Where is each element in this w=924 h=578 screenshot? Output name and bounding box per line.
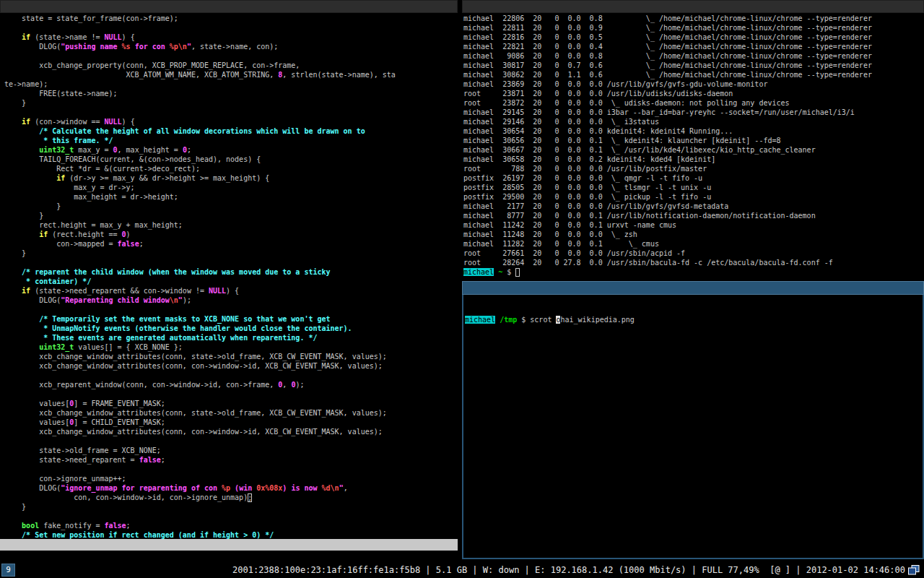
text-segment: max_y = dr->y; <box>4 184 135 191</box>
ps-row: root 23871 20 0 0.0 0.0 /usr/lib/udisks/… <box>463 89 924 98</box>
code-line: xcb_change_window_attributes(conn, state… <box>4 352 458 361</box>
ps-output[interactable]: michael 22806 20 0 0.0 0.8 \_ /home/mich… <box>462 13 924 277</box>
code-line: TAILQ_FOREACH(current, &(con->nodes_head… <box>4 155 458 164</box>
text-segment: * this frame. */ <box>4 137 113 144</box>
code-line <box>4 389 458 399</box>
text-segment: con, con->window->id, con->ignore_unmap) <box>4 493 248 501</box>
code-line: if (state->name != NULL) { <box>4 33 458 42</box>
code-line <box>4 258 458 267</box>
code-line: * These events are generated automatical… <box>4 333 458 342</box>
workspace-button-9[interactable]: 9 <box>1 564 15 577</box>
text-segment: %s <box>122 43 131 51</box>
terminal-ps-titlebar[interactable]: x200: ~ <box>462 0 924 13</box>
text-segment: ; <box>139 240 144 248</box>
text-segment: xcb_change_window_attributes(conn, state… <box>4 353 387 361</box>
text-segment: XCB_ATOM_WM_NAME, XCB_ATOM_STRING, <box>4 71 278 79</box>
text-segment: (state->name != <box>30 33 104 41</box>
text-cursor <box>515 268 520 277</box>
text-segment: xcb_change_property(conn, XCB_PROP_MODE_… <box>4 61 300 69</box>
ps-row: root 788 20 0 0.0 0.0 /usr/lib/postfix/m… <box>463 164 924 173</box>
text-segment: ; <box>161 456 165 464</box>
text-segment: , max_height = <box>118 146 183 154</box>
code-line: xcb_change_window_attributes(conn, con->… <box>4 361 458 371</box>
vim-editor[interactable]: state = state_for_frame(con->frame); if … <box>0 13 458 540</box>
code-line <box>4 305 458 314</box>
code-line <box>4 465 458 474</box>
code-line: } <box>4 98 458 108</box>
text-segment: con->ignore_unmap++; <box>4 475 126 483</box>
code-line: bool fake_notify = false; <box>4 521 458 530</box>
ps-row: michael 11248 20 0 0.0 0.0 \_ zsh <box>463 230 924 239</box>
ps-row: postfix 28505 20 0 0.0 0.0 \_ tlsmgr -l … <box>463 183 924 192</box>
text-segment: DLOG( <box>4 296 61 304</box>
ps-row: root 23872 20 0 0.0 0.0 \_ udisks-daemon… <box>463 98 924 108</box>
code-line: values[0] = FRAME_EVENT_MASK; <box>4 399 458 408</box>
text-segment: uint32_t <box>39 343 74 351</box>
code-line: DLOG("ignore_unmap for reparenting of co… <box>4 483 458 493</box>
terminal-scrot-titlebar[interactable]: x200: scrot ohai_wikipedia.png <box>462 281 924 295</box>
ps-row: michael 2177 20 0 0.0 0.0 /usr/lib/gvfs/… <box>463 202 924 211</box>
text-segment: "ignore_unmap for reparenting of con <box>61 484 222 492</box>
shell-prompt: michael /tmp $ scrot ohai_wikipedia.png <box>465 315 923 324</box>
ps-row: michael 22821 20 0 0.0 0.4 \_ /home/mich… <box>463 42 924 51</box>
text-segment: if <box>22 33 30 41</box>
code-line: max_height = dr->height; <box>4 192 458 202</box>
ps-row: michael 30656 20 0 0.0 0.1 \_ kdeinit4: … <box>463 136 924 145</box>
text-segment: NULL <box>105 118 122 126</box>
code-line: /* Calculate the height of all window de… <box>4 126 458 136</box>
ps-row: michael 30817 20 0 0.7 0.6 \_ /home/mich… <box>463 61 924 70</box>
text-segment: state->need_reparent = <box>4 456 139 464</box>
text-segment: ); <box>183 296 191 304</box>
vim-filename: src/x.c <box>1 551 32 562</box>
text-segment: "Reparenting child window <box>61 296 170 304</box>
text-segment: values[] = { XCB_NONE }; <box>74 343 183 351</box>
terminal-window-ps: x200: ~ michael 22806 20 0 0.0 0.8 \_ /h… <box>462 0 924 277</box>
text-segment: * These events are generated automatical… <box>4 334 317 342</box>
i3bar: 9 2001:2388:100e:23:1af:16ff:fe1a:f5b8 |… <box>0 562 924 578</box>
ps-row: michael 29145 20 0 0.0 0.0 i3bar --bar_i… <box>463 108 924 117</box>
code-line: if (con->window == NULL) { <box>4 117 458 126</box>
code-line: xcb_change_window_attributes(conn, state… <box>4 408 458 418</box>
text-segment: false <box>139 456 161 464</box>
code-line: FREE(state->name); <box>4 89 458 98</box>
text-segment <box>4 287 22 295</box>
text-segment: ; <box>187 146 191 154</box>
code-line: /* reparent the child window (when the w… <box>4 267 458 277</box>
text-segment: * UnmapNotify events (otherwise the hand… <box>4 324 352 332</box>
text-segment: (con->window == <box>30 118 104 126</box>
text-segment: } <box>4 212 43 220</box>
code-line: xcb_change_property(conn, XCB_PROP_MODE_… <box>4 61 458 70</box>
text-segment: ) <box>126 230 131 238</box>
text-segment: DLOG( <box>4 484 61 492</box>
code-line: if (state->need_reparent && con->window … <box>4 286 458 296</box>
code-line <box>4 436 458 446</box>
code-line: } <box>4 211 458 220</box>
text-segment: max_height = dr->height; <box>4 193 178 201</box>
windows-tray-icon[interactable] <box>908 565 920 575</box>
text-segment: bool <box>22 522 39 530</box>
vim-titlebar[interactable]: x.c (~/i3/src) - VIM <box>0 0 458 13</box>
terminal-scrot-content[interactable]: michael /tmp $ scrot ohai_wikipedia.png <box>462 295 924 559</box>
text-segment: rect.height = max_y + max_height; <box>4 221 183 229</box>
text-segment: } <box>4 99 26 107</box>
code-line: state->old_frame = XCB_NONE; <box>4 446 458 455</box>
i3status-text: 2001:2388:100e:23:1af:16ff:fe1a:f5b8 | 5… <box>232 562 905 578</box>
text-segment: if <box>22 118 30 126</box>
code-line: te->name); <box>4 79 458 89</box>
code-line: * this frame. */ <box>4 136 458 145</box>
code-line: uint32_t values[] = { XCB_NONE }; <box>4 342 458 352</box>
text-segment: FREE(state->name); <box>4 90 118 98</box>
code-line: if (dr->y >= max_y && dr->height >= max_… <box>4 173 458 183</box>
ps-row: michael 29146 20 0 0.0 0.0 \_ i3status <box>463 117 924 126</box>
text-segment: fake_notify = <box>39 522 104 530</box>
shell-prompt: michael ~ $ <box>463 267 924 277</box>
text-segment: Rect *dr = &(current->deco_rect); <box>4 165 200 173</box>
code-line: state = state_for_frame(con->frame); <box>4 14 458 23</box>
code-line: DLOG("pushing name %s for con %p\n", sta… <box>4 42 458 51</box>
code-line <box>4 371 458 380</box>
code-line: xcb_reparent_window(conn, con->window->i… <box>4 380 458 389</box>
text-segment <box>4 146 39 154</box>
text-segment: %d\n <box>322 484 339 492</box>
code-line: /* Temporarily set the event masks to XC… <box>4 314 458 324</box>
text-segment: michael <box>463 268 494 276</box>
